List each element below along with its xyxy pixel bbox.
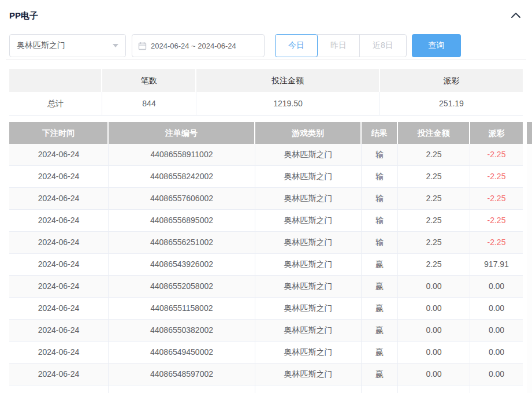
- game-type-cell: 奥林匹斯之门: [255, 166, 362, 187]
- bet-amount-cell: 0.00: [398, 342, 470, 363]
- payout-cell: 917.91: [470, 254, 523, 275]
- search-button[interactable]: 查询: [412, 34, 461, 57]
- empty-cell: [362, 385, 398, 393]
- result-cell: 赢: [362, 298, 398, 319]
- result-cell: 赢: [362, 320, 398, 341]
- bet-time-cell: 2024-06-24: [9, 232, 109, 253]
- collapse-button[interactable]: [510, 10, 522, 20]
- payout-cell: -2.25: [470, 232, 523, 253]
- result-cell: 赢: [362, 342, 398, 363]
- bet-time-cell: 2024-06-24: [9, 298, 109, 319]
- bet-amount-cell: 0.00: [398, 320, 470, 341]
- empty-cell: [9, 385, 109, 393]
- summary-header-payout: 派彩: [380, 69, 523, 92]
- bet-amount-cell: 2.25: [398, 144, 470, 165]
- summary-total-row: 总计 844 1219.50 251.19: [9, 92, 523, 116]
- calendar-icon: [138, 42, 147, 50]
- bet-time-cell: 2024-06-24: [9, 188, 109, 209]
- table-row: 2024-06-2444086558242002奥林匹斯之门输2.25-2.25: [9, 166, 523, 188]
- bet-amount-cell: 2.25: [398, 210, 470, 231]
- date-range-input[interactable]: 2024-06-24 ~ 2024-06-24: [132, 34, 265, 57]
- col-header-result: 结果: [362, 122, 398, 144]
- game-select-value: 奥林匹斯之门: [17, 40, 65, 51]
- summary-header-bet-amount: 投注金额: [196, 69, 380, 92]
- table-row: 2024-06-2444086550382002奥林匹斯之门赢0.000.00: [9, 320, 523, 342]
- summary-header-count: 笔数: [102, 69, 196, 92]
- col-header-payout: 派彩: [470, 122, 523, 144]
- bet-time-cell: 2024-06-24: [9, 320, 109, 341]
- table-row: 2024-06-2444086548597002奥林匹斯之门赢0.000.00: [9, 364, 523, 385]
- table-header-row: 下注时间 注单编号 游戏类别 结果 投注金额 派彩: [9, 122, 523, 144]
- game-type-cell: 奥林匹斯之门: [255, 188, 362, 209]
- game-type-cell: 奥林匹斯之门: [255, 298, 362, 319]
- summary-total-label: 总计: [9, 92, 102, 115]
- col-header-bet-amount: 投注金额: [398, 122, 470, 144]
- payout-cell: -2.25: [470, 144, 523, 165]
- summary-header-row: 笔数 投注金额 派彩: [9, 69, 523, 92]
- game-select[interactable]: 奥林匹斯之门: [9, 34, 126, 57]
- game-type-cell: 奥林匹斯之门: [255, 342, 362, 363]
- scrollbar-track[interactable]: [527, 122, 532, 393]
- summary-total-payout: 251.19: [380, 92, 523, 115]
- divider: [6, 60, 526, 60]
- bet-amount-cell: 2.25: [398, 188, 470, 209]
- table-row: 2024-06-2444086549450002奥林匹斯之门赢0.000.00: [9, 342, 523, 364]
- summary-header-empty: [9, 69, 102, 92]
- empty-cell: [398, 385, 470, 393]
- game-type-cell: 奥林匹斯之门: [255, 232, 362, 253]
- bet-amount-cell: 2.25: [398, 254, 470, 275]
- payout-cell: 0.00: [470, 320, 523, 341]
- order-id-cell: 44086558911002: [109, 144, 255, 165]
- quick-range-group: 今日 昨日 近8日: [275, 34, 407, 57]
- empty-cell: [109, 385, 255, 393]
- game-type-cell: 奥林匹斯之门: [255, 144, 362, 165]
- bet-time-cell: 2024-06-24: [9, 210, 109, 231]
- summary-total-bet-amount: 1219.50: [196, 92, 380, 115]
- result-cell: 赢: [362, 254, 398, 275]
- table-row: 2024-06-2444086558911002奥林匹斯之门输2.25-2.25: [9, 144, 523, 166]
- bet-amount-cell: 0.00: [398, 364, 470, 385]
- caret-down-icon: [113, 44, 118, 47]
- col-header-order-id: 注单编号: [109, 122, 255, 144]
- chevron-up-icon: [511, 12, 521, 18]
- payout-cell: 0.00: [470, 342, 523, 363]
- order-id-cell: 44086558242002: [109, 166, 255, 187]
- payout-cell: 0.00: [470, 276, 523, 297]
- order-id-cell: 44086550382002: [109, 320, 255, 341]
- filter-bar: 奥林匹斯之门 2024-06-24 ~ 2024-06-24 今日 昨日 近8日…: [9, 34, 461, 57]
- game-type-cell: 奥林匹斯之门: [255, 364, 362, 385]
- payout-cell: -2.25: [470, 188, 523, 209]
- table-row: 2024-06-2444086557606002奥林匹斯之门输2.25-2.25: [9, 188, 523, 210]
- bet-time-cell: 2024-06-24: [9, 166, 109, 187]
- result-cell: 输: [362, 188, 398, 209]
- quick-button-yesterday[interactable]: 昨日: [317, 34, 360, 57]
- payout-cell: -2.25: [470, 210, 523, 231]
- quick-button-today[interactable]: 今日: [275, 34, 318, 57]
- table-row: 2024-06-2444086543926002奥林匹斯之门赢2.25917.9…: [9, 254, 523, 276]
- bet-time-cell: 2024-06-24: [9, 144, 109, 165]
- game-type-cell: 奥林匹斯之门: [255, 254, 362, 275]
- summary-total-count: 844: [102, 92, 196, 115]
- result-cell: 赢: [362, 276, 398, 297]
- order-id-cell: 44086548597002: [109, 364, 255, 385]
- order-id-cell: 44086549450002: [109, 342, 255, 363]
- table-row: 2024-06-2444086551158002奥林匹斯之门赢0.000.00: [9, 298, 523, 320]
- bet-time-cell: 2024-06-24: [9, 254, 109, 275]
- records-table: 下注时间 注单编号 游戏类别 结果 投注金额 派彩 2024-06-244408…: [9, 122, 523, 393]
- result-cell: 输: [362, 144, 398, 165]
- game-type-cell: 奥林匹斯之门: [255, 320, 362, 341]
- table-row: 2024-06-2444086556895002奥林匹斯之门输2.25-2.25: [9, 210, 523, 232]
- result-cell: 输: [362, 166, 398, 187]
- order-id-cell: 44086543926002: [109, 254, 255, 275]
- table-row: 2024-06-2444086552058002奥林匹斯之门赢0.000.00: [9, 276, 523, 298]
- summary-table: 笔数 投注金额 派彩 总计 844 1219.50 251.19: [9, 69, 523, 116]
- col-header-bet-time: 下注时间: [9, 122, 109, 144]
- game-type-cell: 奥林匹斯之门: [255, 276, 362, 297]
- bet-amount-cell: 0.00: [398, 276, 470, 297]
- bet-amount-cell: 2.25: [398, 166, 470, 187]
- bet-amount-cell: 0.00: [398, 298, 470, 319]
- quick-button-last8days[interactable]: 近8日: [359, 34, 407, 57]
- date-range-value: 2024-06-24 ~ 2024-06-24: [151, 42, 236, 50]
- order-id-cell: 44086552058002: [109, 276, 255, 297]
- result-cell: 赢: [362, 364, 398, 385]
